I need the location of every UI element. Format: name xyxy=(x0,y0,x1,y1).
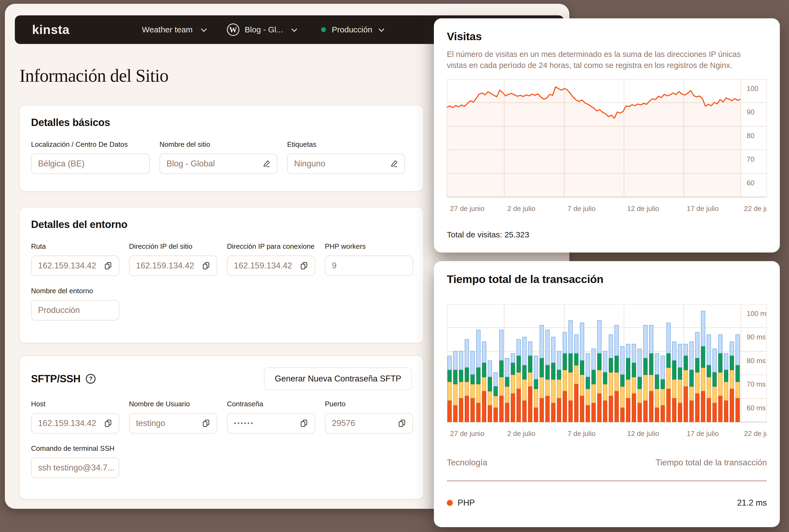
card-heading: Detalles básicos xyxy=(31,117,412,128)
panel-title: Tiempo total de la transacción xyxy=(447,273,767,286)
field-nombre-sitio: Nombre del sitio Blog - Global xyxy=(159,140,277,174)
php-workers-input[interactable]: 9 xyxy=(325,255,413,276)
puerto-input[interactable]: 29576 xyxy=(325,413,413,434)
column-tecnologia: Tecnología xyxy=(447,458,487,468)
copy-icon[interactable] xyxy=(300,262,308,270)
tech-name: PHP xyxy=(458,498,475,508)
copy-icon[interactable] xyxy=(202,419,210,427)
svg-text:27 de junio: 27 de junio xyxy=(450,205,484,213)
svg-text:12 de julio: 12 de julio xyxy=(627,205,659,213)
card-detalles-entorno: Detalles del entorno Ruta 162.159.134.42… xyxy=(19,207,424,343)
svg-text:12 de julio: 12 de julio xyxy=(627,430,659,438)
panel-title: Visitas xyxy=(447,30,767,43)
svg-text:7 de julio: 7 de julio xyxy=(567,205,596,213)
chevron-down-icon xyxy=(291,26,297,32)
svg-text:70: 70 xyxy=(747,155,754,163)
edit-pencil-icon[interactable] xyxy=(390,160,398,168)
svg-text:100: 100 xyxy=(747,84,758,93)
page-title: Información del Sitio xyxy=(19,65,168,86)
ruta-input[interactable]: 162.159.134.42 xyxy=(31,255,119,276)
contrasena-input[interactable]: •••••• xyxy=(227,413,315,434)
field-host: Host 162.159.134.42 xyxy=(31,400,119,434)
team-name: Weather team xyxy=(142,25,193,34)
field-usuario: Nombre de Usuario testingo xyxy=(129,400,217,434)
usuario-input[interactable]: testingo xyxy=(129,413,217,434)
field-ip-sitio: Dirección IP del sitio 162.159.134.42 xyxy=(129,242,217,276)
field-etiquetas: Etiquetas Ninguno xyxy=(287,140,405,174)
field-ip-conexiones: Dirección IP para conexione 162.159.134.… xyxy=(227,242,315,276)
field-contrasena: Contraseña •••••• xyxy=(227,400,315,434)
localizacion-input[interactable]: Bélgica (BE) xyxy=(31,153,150,174)
ssh-command-input[interactable]: ssh testingo@34.7... xyxy=(31,458,119,478)
field-localizacion: Localización / Centro De Datos Bélgica (… xyxy=(31,140,150,174)
field-label: Nombre del sitio xyxy=(159,140,277,149)
php-dot xyxy=(447,500,453,506)
svg-text:7 de julio: 7 de julio xyxy=(567,430,596,438)
ip-conexiones-input[interactable]: 162.159.134.42 xyxy=(227,255,315,276)
host-input[interactable]: 162.159.134.42 xyxy=(31,413,119,434)
tech-time-value: 21.2 ms xyxy=(737,498,767,508)
panel-tiempo-transaccion: Tiempo total de la transacción 100 ms90 … xyxy=(434,261,780,527)
card-detalles-basicos: Detalles básicos Localización / Centro D… xyxy=(19,105,424,192)
copy-icon[interactable] xyxy=(300,419,308,427)
field-puerto: Puerto 29576 xyxy=(325,400,413,434)
table-row: PHP 21.2 ms xyxy=(447,498,767,508)
ip-sitio-input[interactable]: 162.159.134.42 xyxy=(129,255,217,276)
transaction-time-bar-chart: 100 ms90 ms80 ms70 ms60 ms27 de junio2 d… xyxy=(447,304,767,443)
field-ruta: Ruta 162.159.134.42 xyxy=(31,242,119,276)
edit-pencil-icon[interactable] xyxy=(262,160,270,168)
field-php-workers: PHP workers 9 xyxy=(325,242,413,276)
svg-text:22 de julio: 22 de julio xyxy=(744,430,767,438)
svg-text:90: 90 xyxy=(747,108,754,116)
field-nombre-entorno: Nombre del entorno Producción xyxy=(31,287,119,321)
wordpress-icon: W xyxy=(227,23,239,36)
svg-text:80 ms: 80 ms xyxy=(747,357,766,365)
team-selector[interactable]: Weather team xyxy=(142,25,206,34)
svg-text:22 de julio: 22 de julio xyxy=(744,205,767,213)
field-label: Localización / Centro De Datos xyxy=(31,140,150,149)
svg-text:80: 80 xyxy=(747,132,754,140)
environment-name: Producción xyxy=(332,25,372,34)
help-icon[interactable]: ? xyxy=(86,374,95,384)
visitas-description: El número de visitas en un mes determina… xyxy=(447,49,760,71)
field-ssh-command: Comando de terminal SSH ssh testingo@34.… xyxy=(31,444,119,478)
svg-text:60 ms: 60 ms xyxy=(747,404,766,412)
visits-line-chart: 1009080706027 de junio2 de julio7 de jul… xyxy=(447,79,767,218)
table-divider xyxy=(447,480,767,481)
svg-text:27 de junio: 27 de junio xyxy=(450,430,484,438)
environment-selector[interactable]: Producción xyxy=(321,25,383,34)
svg-text:70 ms: 70 ms xyxy=(747,380,766,388)
copy-icon[interactable] xyxy=(398,419,406,427)
chevron-down-icon xyxy=(379,26,384,32)
site-selector[interactable]: W Blog - Gl... xyxy=(227,23,296,36)
field-label: Etiquetas xyxy=(287,140,405,149)
copy-icon[interactable] xyxy=(202,262,210,270)
svg-text:100 ms: 100 ms xyxy=(747,309,767,318)
nombre-sitio-input[interactable]: Blog - Global xyxy=(159,153,277,174)
copy-icon[interactable] xyxy=(104,262,112,270)
svg-text:17 de julio: 17 de julio xyxy=(687,430,719,438)
generate-sftp-password-button[interactable]: Generar Nueva Contraseña SFTP xyxy=(264,367,412,390)
card-sftp-ssh: SFTP/SSH ? Generar Nueva Contraseña SFTP… xyxy=(19,356,424,499)
kinsta-logo: kinsta xyxy=(32,22,70,37)
copy-icon[interactable] xyxy=(104,419,112,427)
panel-visitas: Visitas El número de visitas en un mes d… xyxy=(434,18,780,252)
etiquetas-input[interactable]: Ninguno xyxy=(287,153,405,174)
card-heading: Detalles del entorno xyxy=(31,219,412,230)
site-name: Blog - Gl... xyxy=(245,25,283,34)
environment-status-dot xyxy=(321,27,326,32)
svg-text:2 de julio: 2 de julio xyxy=(507,205,536,213)
nombre-entorno-input[interactable]: Producción xyxy=(31,300,119,321)
svg-text:60: 60 xyxy=(747,179,754,187)
column-tiempo-total: Tiempo total de la transacción xyxy=(656,458,767,468)
svg-text:17 de julio: 17 de julio xyxy=(687,205,719,213)
chevron-down-icon xyxy=(201,26,207,32)
svg-text:2 de julio: 2 de julio xyxy=(507,430,536,438)
total-visits: Total de visitas: 25.323 xyxy=(447,230,767,239)
card-heading: SFTP/SSH xyxy=(31,373,80,385)
svg-text:90 ms: 90 ms xyxy=(747,333,766,341)
